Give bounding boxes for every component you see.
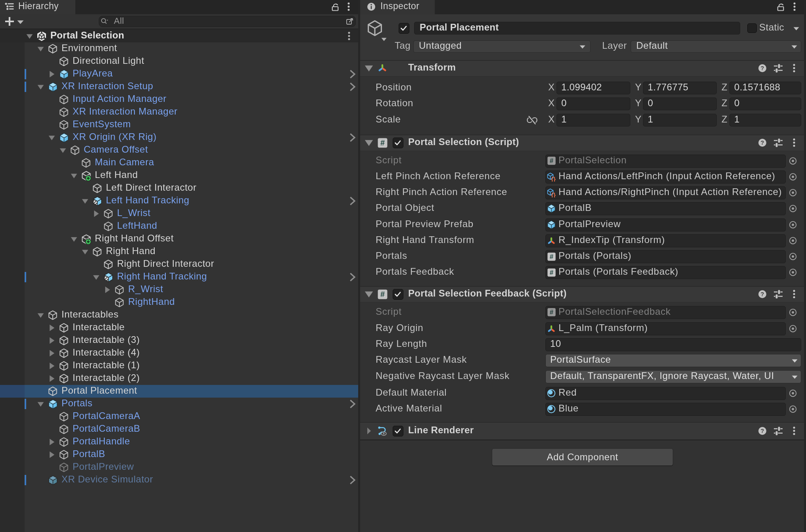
svg-text:#: # <box>550 269 554 276</box>
svg-text:#: # <box>380 138 385 147</box>
svg-text:#: # <box>550 157 554 165</box>
svg-text:#: # <box>550 253 554 260</box>
svg-text:?: ? <box>761 65 764 71</box>
svg-text:}: } <box>553 176 556 182</box>
svg-text:#: # <box>550 308 554 316</box>
svg-text:?: ? <box>761 291 764 297</box>
svg-text:?: ? <box>761 428 764 434</box>
svg-text:}: } <box>553 192 556 197</box>
svg-text:?: ? <box>761 140 764 146</box>
svg-text:#: # <box>380 290 385 299</box>
